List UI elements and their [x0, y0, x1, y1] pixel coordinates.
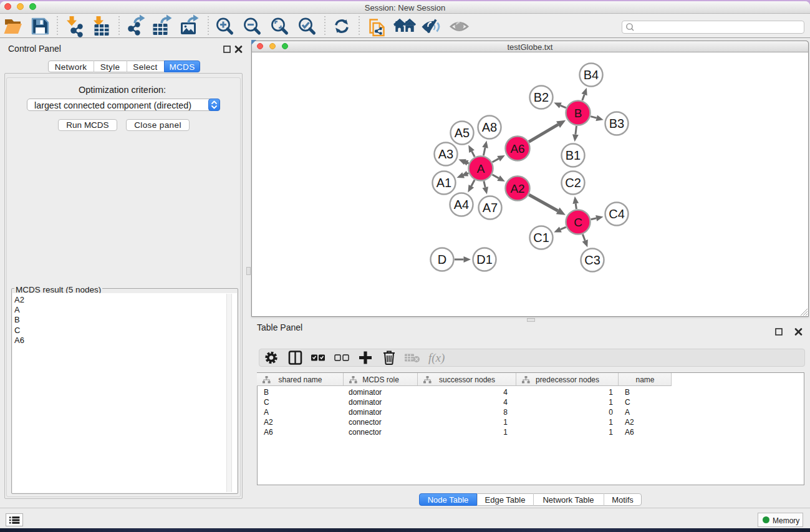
svg-text:A3: A3	[438, 147, 453, 161]
svg-text:B1: B1	[566, 148, 581, 162]
svg-text:D: D	[438, 253, 446, 266]
svg-text:A8: A8	[482, 120, 497, 134]
svg-text:A: A	[477, 162, 485, 175]
svg-text:A5: A5	[455, 126, 470, 140]
svg-text:A6: A6	[510, 142, 524, 155]
svg-text:B: B	[574, 107, 582, 120]
svg-text:A1: A1	[436, 176, 451, 190]
svg-text:A7: A7	[483, 201, 498, 215]
svg-text:D1: D1	[476, 253, 493, 266]
svg-text:C4: C4	[609, 207, 625, 221]
svg-text:B3: B3	[609, 117, 624, 130]
svg-text:A4: A4	[454, 198, 469, 211]
svg-text:B2: B2	[534, 90, 549, 104]
svg-text:C2: C2	[565, 176, 581, 190]
svg-text:B4: B4	[584, 68, 599, 82]
svg-text:C1: C1	[533, 231, 549, 244]
svg-text:C3: C3	[584, 253, 600, 267]
svg-text:f(x): f(x)	[428, 351, 445, 365]
svg-text:C: C	[574, 216, 582, 229]
svg-text:A2: A2	[510, 182, 524, 195]
